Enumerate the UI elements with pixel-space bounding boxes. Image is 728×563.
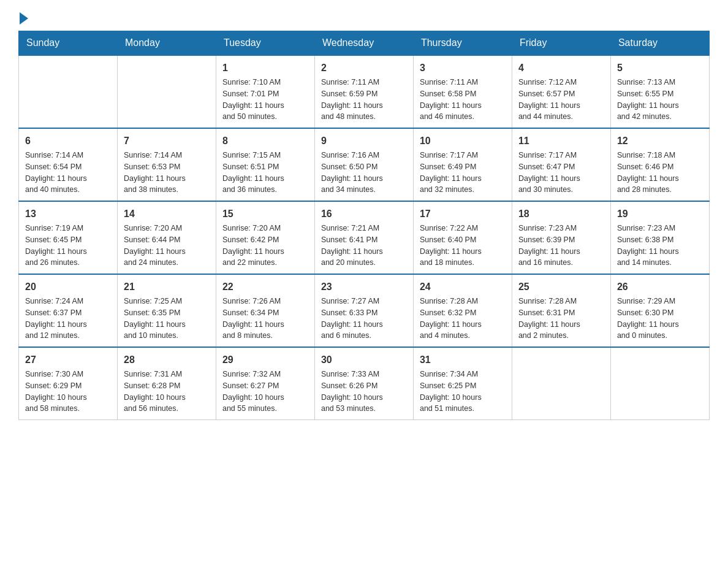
calendar-cell: 18Sunrise: 7:23 AM Sunset: 6:39 PM Dayli… (512, 201, 610, 274)
calendar-cell: 4Sunrise: 7:12 AM Sunset: 6:57 PM Daylig… (512, 55, 610, 128)
calendar-cell: 27Sunrise: 7:30 AM Sunset: 6:29 PM Dayli… (19, 347, 118, 420)
day-info: Sunrise: 7:10 AM Sunset: 7:01 PM Dayligh… (222, 77, 308, 123)
day-info: Sunrise: 7:16 AM Sunset: 6:50 PM Dayligh… (321, 150, 407, 196)
day-number: 20 (25, 280, 111, 294)
day-number: 15 (222, 207, 308, 221)
calendar-cell: 17Sunrise: 7:22 AM Sunset: 6:40 PM Dayli… (413, 201, 512, 274)
calendar-cell: 23Sunrise: 7:27 AM Sunset: 6:33 PM Dayli… (314, 274, 413, 347)
day-info: Sunrise: 7:20 AM Sunset: 6:42 PM Dayligh… (222, 223, 308, 269)
calendar-week-row: 1Sunrise: 7:10 AM Sunset: 7:01 PM Daylig… (19, 55, 710, 128)
calendar-cell: 12Sunrise: 7:18 AM Sunset: 6:46 PM Dayli… (610, 128, 709, 201)
calendar-cell: 22Sunrise: 7:26 AM Sunset: 6:34 PM Dayli… (216, 274, 314, 347)
day-number: 28 (124, 353, 210, 367)
day-info: Sunrise: 7:17 AM Sunset: 6:49 PM Dayligh… (420, 150, 506, 196)
day-info: Sunrise: 7:26 AM Sunset: 6:34 PM Dayligh… (222, 296, 308, 342)
calendar-cell: 9Sunrise: 7:16 AM Sunset: 6:50 PM Daylig… (314, 128, 413, 201)
calendar-cell: 28Sunrise: 7:31 AM Sunset: 6:28 PM Dayli… (117, 347, 216, 420)
weekday-header-tuesday: Tuesday (216, 31, 314, 56)
day-number: 11 (518, 134, 604, 148)
day-info: Sunrise: 7:12 AM Sunset: 6:57 PM Dayligh… (518, 77, 604, 123)
day-info: Sunrise: 7:28 AM Sunset: 6:31 PM Dayligh… (518, 296, 604, 342)
weekday-header-row: SundayMondayTuesdayWednesdayThursdayFrid… (19, 31, 710, 56)
day-number: 7 (124, 134, 210, 148)
day-info: Sunrise: 7:31 AM Sunset: 6:28 PM Dayligh… (124, 369, 210, 415)
day-number: 1 (222, 61, 308, 75)
calendar-cell: 15Sunrise: 7:20 AM Sunset: 6:42 PM Dayli… (216, 201, 314, 274)
calendar-cell: 8Sunrise: 7:15 AM Sunset: 6:51 PM Daylig… (216, 128, 314, 201)
day-info: Sunrise: 7:17 AM Sunset: 6:47 PM Dayligh… (518, 150, 604, 196)
day-number: 17 (420, 207, 506, 221)
calendar-cell (512, 347, 610, 420)
calendar-cell: 3Sunrise: 7:11 AM Sunset: 6:58 PM Daylig… (413, 55, 512, 128)
day-number: 18 (518, 207, 604, 221)
calendar-cell: 1Sunrise: 7:10 AM Sunset: 7:01 PM Daylig… (216, 55, 314, 128)
day-info: Sunrise: 7:18 AM Sunset: 6:46 PM Dayligh… (617, 150, 703, 196)
day-number: 23 (321, 280, 407, 294)
day-number: 10 (420, 134, 506, 148)
day-number: 25 (518, 280, 604, 294)
calendar-week-row: 27Sunrise: 7:30 AM Sunset: 6:29 PM Dayli… (19, 347, 710, 420)
calendar-cell: 25Sunrise: 7:28 AM Sunset: 6:31 PM Dayli… (512, 274, 610, 347)
day-info: Sunrise: 7:27 AM Sunset: 6:33 PM Dayligh… (321, 296, 407, 342)
calendar-week-row: 13Sunrise: 7:19 AM Sunset: 6:45 PM Dayli… (19, 201, 710, 274)
day-info: Sunrise: 7:23 AM Sunset: 6:38 PM Dayligh… (617, 223, 703, 269)
calendar-cell (19, 55, 118, 128)
weekday-header-friday: Friday (512, 31, 610, 56)
day-info: Sunrise: 7:13 AM Sunset: 6:55 PM Dayligh… (617, 77, 703, 123)
day-number: 31 (420, 353, 506, 367)
day-info: Sunrise: 7:30 AM Sunset: 6:29 PM Dayligh… (25, 369, 111, 415)
day-number: 16 (321, 207, 407, 221)
calendar-cell: 6Sunrise: 7:14 AM Sunset: 6:54 PM Daylig… (19, 128, 118, 201)
day-info: Sunrise: 7:19 AM Sunset: 6:45 PM Dayligh… (25, 223, 111, 269)
day-info: Sunrise: 7:33 AM Sunset: 6:26 PM Dayligh… (321, 369, 407, 415)
weekday-header-monday: Monday (117, 31, 216, 56)
calendar-cell: 13Sunrise: 7:19 AM Sunset: 6:45 PM Dayli… (19, 201, 118, 274)
calendar-cell: 29Sunrise: 7:32 AM Sunset: 6:27 PM Dayli… (216, 347, 314, 420)
day-number: 9 (321, 134, 407, 148)
day-info: Sunrise: 7:28 AM Sunset: 6:32 PM Dayligh… (420, 296, 506, 342)
day-info: Sunrise: 7:21 AM Sunset: 6:41 PM Dayligh… (321, 223, 407, 269)
logo (18, 12, 29, 25)
weekday-header-sunday: Sunday (19, 31, 118, 56)
day-info: Sunrise: 7:24 AM Sunset: 6:37 PM Dayligh… (25, 296, 111, 342)
calendar-cell: 7Sunrise: 7:14 AM Sunset: 6:53 PM Daylig… (117, 128, 216, 201)
day-info: Sunrise: 7:14 AM Sunset: 6:53 PM Dayligh… (124, 150, 210, 196)
day-number: 13 (25, 207, 111, 221)
day-number: 6 (25, 134, 111, 148)
weekday-header-saturday: Saturday (610, 31, 709, 56)
day-info: Sunrise: 7:25 AM Sunset: 6:35 PM Dayligh… (124, 296, 210, 342)
calendar-cell: 14Sunrise: 7:20 AM Sunset: 6:44 PM Dayli… (117, 201, 216, 274)
day-number: 3 (420, 61, 506, 75)
calendar-cell: 24Sunrise: 7:28 AM Sunset: 6:32 PM Dayli… (413, 274, 512, 347)
calendar-cell: 21Sunrise: 7:25 AM Sunset: 6:35 PM Dayli… (117, 274, 216, 347)
day-info: Sunrise: 7:22 AM Sunset: 6:40 PM Dayligh… (420, 223, 506, 269)
weekday-header-thursday: Thursday (413, 31, 512, 56)
day-info: Sunrise: 7:34 AM Sunset: 6:25 PM Dayligh… (420, 369, 506, 415)
day-number: 26 (617, 280, 703, 294)
calendar-cell: 31Sunrise: 7:34 AM Sunset: 6:25 PM Dayli… (413, 347, 512, 420)
day-info: Sunrise: 7:23 AM Sunset: 6:39 PM Dayligh… (518, 223, 604, 269)
calendar-cell (117, 55, 216, 128)
logo-arrow-icon (20, 12, 28, 25)
calendar-cell (610, 347, 709, 420)
day-number: 29 (222, 353, 308, 367)
day-number: 12 (617, 134, 703, 148)
calendar-cell: 19Sunrise: 7:23 AM Sunset: 6:38 PM Dayli… (610, 201, 709, 274)
calendar-cell: 10Sunrise: 7:17 AM Sunset: 6:49 PM Dayli… (413, 128, 512, 201)
day-info: Sunrise: 7:14 AM Sunset: 6:54 PM Dayligh… (25, 150, 111, 196)
calendar-cell: 2Sunrise: 7:11 AM Sunset: 6:59 PM Daylig… (314, 55, 413, 128)
day-info: Sunrise: 7:20 AM Sunset: 6:44 PM Dayligh… (124, 223, 210, 269)
day-info: Sunrise: 7:11 AM Sunset: 6:59 PM Dayligh… (321, 77, 407, 123)
day-info: Sunrise: 7:32 AM Sunset: 6:27 PM Dayligh… (222, 369, 308, 415)
calendar-table: SundayMondayTuesdayWednesdayThursdayFrid… (18, 31, 710, 420)
page-header (18, 12, 710, 25)
day-number: 14 (124, 207, 210, 221)
day-number: 30 (321, 353, 407, 367)
calendar-cell: 26Sunrise: 7:29 AM Sunset: 6:30 PM Dayli… (610, 274, 709, 347)
calendar-cell: 20Sunrise: 7:24 AM Sunset: 6:37 PM Dayli… (19, 274, 118, 347)
calendar-cell: 16Sunrise: 7:21 AM Sunset: 6:41 PM Dayli… (314, 201, 413, 274)
day-info: Sunrise: 7:15 AM Sunset: 6:51 PM Dayligh… (222, 150, 308, 196)
day-number: 24 (420, 280, 506, 294)
day-number: 19 (617, 207, 703, 221)
day-number: 27 (25, 353, 111, 367)
